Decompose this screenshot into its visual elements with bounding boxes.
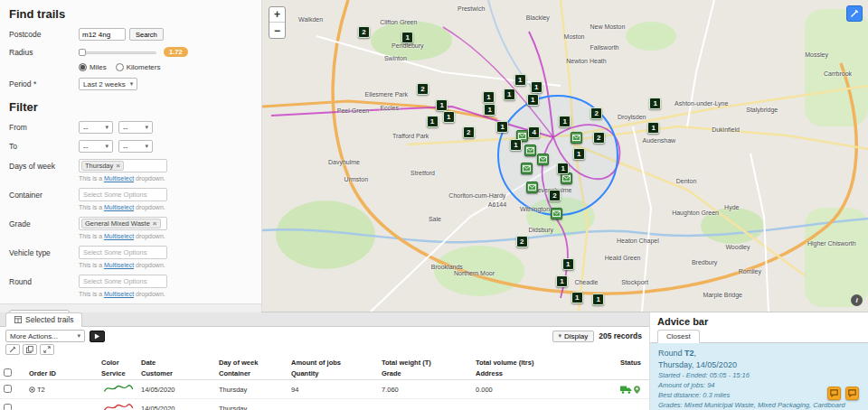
- cluster-marker[interactable]: 1: [510, 139, 522, 151]
- period-select[interactable]: Last 2 weeks▾: [79, 78, 137, 90]
- job-envelope-marker[interactable]: [537, 154, 549, 165]
- job-envelope-marker[interactable]: [571, 132, 582, 144]
- cluster-marker[interactable]: 1: [647, 122, 659, 134]
- col-status[interactable]: Status: [617, 358, 649, 368]
- map[interactable]: WalkdenClifton GreenPrestwichBlackleyMos…: [262, 0, 868, 312]
- cluster-marker[interactable]: 1: [562, 258, 574, 270]
- remove-tag-icon[interactable]: ×: [116, 163, 120, 170]
- miles-radio[interactable]: [79, 63, 87, 71]
- col-total-volume[interactable]: Total volume (ltrs): [472, 358, 617, 368]
- days-of-week-multiselect[interactable]: Thursday×: [79, 159, 167, 172]
- cluster-marker[interactable]: 4: [528, 126, 540, 138]
- miles-radio-label[interactable]: Miles: [79, 63, 107, 71]
- job-envelope-marker[interactable]: [551, 208, 562, 219]
- round-multiselect[interactable]: Select Some Options: [79, 275, 167, 288]
- job-envelope-marker[interactable]: [524, 144, 536, 156]
- map-draw-button[interactable]: [846, 5, 863, 22]
- cluster-marker[interactable]: 1: [514, 74, 526, 86]
- postcode-search-button[interactable]: Search: [129, 28, 164, 41]
- job-envelope-marker[interactable]: [521, 163, 533, 174]
- to-minute-select[interactable]: --▾: [118, 140, 153, 153]
- row-checkbox[interactable]: [4, 385, 12, 393]
- vehicle-type-multiselect[interactable]: Select Some Options: [79, 246, 167, 259]
- cell-day: Thursday: [215, 380, 288, 399]
- multiselect-link[interactable]: Multiselect: [104, 262, 134, 268]
- attribution-button[interactable]: i: [851, 294, 863, 306]
- cluster-marker[interactable]: 1: [649, 98, 661, 109]
- cluster-marker[interactable]: 2: [463, 126, 475, 138]
- location-pin-icon[interactable]: [634, 386, 640, 394]
- expand-button[interactable]: [40, 344, 54, 355]
- truck-icon[interactable]: [620, 386, 632, 394]
- multiselect-link[interactable]: Multiselect: [104, 204, 134, 210]
- tab-closest[interactable]: Closest: [657, 330, 700, 343]
- cluster-marker[interactable]: 2: [593, 132, 605, 144]
- zoom-out-button[interactable]: −: [269, 23, 285, 38]
- from-hour-select[interactable]: --▾: [79, 121, 113, 134]
- cluster-marker[interactable]: 1: [531, 81, 542, 93]
- col-order-id[interactable]: Order ID: [25, 368, 98, 380]
- cluster-marker[interactable]: 1: [559, 116, 571, 127]
- cluster-marker[interactable]: 2: [590, 107, 602, 119]
- from-minute-select[interactable]: --▾: [118, 121, 153, 134]
- col-amount-of-jobs[interactable]: Amount of jobs: [288, 358, 378, 368]
- table-row[interactable]: 14/05/2020 Thursday: [0, 399, 649, 410]
- cluster-marker[interactable]: 1: [571, 292, 583, 303]
- trail-icon: [29, 387, 35, 393]
- col-container[interactable]: Container: [215, 368, 288, 380]
- kilometers-radio[interactable]: [116, 63, 124, 71]
- multiselect-helper: This is a Multiselect dropdown.: [79, 204, 252, 210]
- cluster-marker[interactable]: 1: [496, 121, 508, 133]
- cluster-marker[interactable]: 1: [527, 94, 539, 106]
- col-address[interactable]: Address: [472, 368, 617, 380]
- container-multiselect[interactable]: Select Some Options: [79, 188, 167, 201]
- map-place-label: Trafford Park: [392, 133, 429, 139]
- select-all-checkbox[interactable]: [4, 368, 12, 377]
- cluster-marker[interactable]: 1: [443, 111, 455, 123]
- cluster-marker[interactable]: 1: [556, 275, 568, 287]
- cluster-marker[interactable]: 2: [358, 26, 370, 38]
- cluster-marker[interactable]: 1: [557, 163, 569, 174]
- cluster-marker[interactable]: 1: [436, 99, 448, 111]
- multiselect-link[interactable]: Multiselect: [104, 175, 134, 182]
- multiselect-link[interactable]: Multiselect: [104, 233, 134, 239]
- chat-widget-button[interactable]: [845, 387, 859, 400]
- copy-button[interactable]: [23, 344, 37, 355]
- table-row[interactable]: T2 14/05/2020 Thursday 94 7.060 0.000: [0, 380, 649, 399]
- col-grade[interactable]: Grade: [378, 368, 472, 380]
- grade-multiselect[interactable]: General Mixed Waste×: [79, 217, 167, 230]
- col-quantity[interactable]: Quantity: [288, 368, 378, 380]
- display-button[interactable]: ▾Display: [552, 331, 595, 342]
- row-checkbox[interactable]: [4, 404, 12, 410]
- remove-tag-icon[interactable]: ×: [153, 220, 157, 228]
- cluster-marker[interactable]: 1: [592, 294, 604, 305]
- cluster-marker[interactable]: 1: [573, 148, 585, 160]
- cluster-marker[interactable]: 1: [484, 104, 495, 116]
- more-actions-select[interactable]: More Actions...▾: [5, 330, 85, 342]
- job-envelope-marker[interactable]: [526, 182, 538, 193]
- col-service[interactable]: Service: [98, 368, 137, 380]
- to-hour-select[interactable]: --▾: [79, 140, 113, 153]
- postcode-input[interactable]: [79, 28, 126, 41]
- edit-button[interactable]: [5, 344, 20, 355]
- col-customer[interactable]: Customer: [137, 368, 215, 380]
- col-total-weight[interactable]: Total weight (T): [378, 358, 472, 368]
- cluster-marker[interactable]: 1: [401, 32, 413, 43]
- cluster-marker[interactable]: 1: [427, 116, 439, 127]
- kilometers-radio-label[interactable]: Kilometers: [116, 63, 161, 71]
- cluster-marker[interactable]: 2: [417, 83, 429, 95]
- tab-selected-trails[interactable]: Selected trails: [5, 312, 82, 327]
- run-action-button[interactable]: [90, 331, 105, 342]
- cluster-marker[interactable]: 2: [549, 190, 561, 201]
- cluster-marker[interactable]: 1: [504, 89, 515, 100]
- chat-widget-button[interactable]: [827, 387, 841, 400]
- radius-slider[interactable]: [79, 48, 156, 57]
- zoom-in-button[interactable]: +: [269, 7, 285, 23]
- col-date[interactable]: Date: [137, 358, 215, 368]
- multiselect-link[interactable]: Multiselect: [104, 291, 134, 297]
- col-day-of-week[interactable]: Day of week: [215, 358, 288, 368]
- cluster-marker[interactable]: 2: [516, 236, 528, 247]
- slider-handle[interactable]: [79, 49, 86, 56]
- col-color[interactable]: Color: [98, 358, 137, 368]
- cluster-marker[interactable]: 1: [483, 91, 495, 103]
